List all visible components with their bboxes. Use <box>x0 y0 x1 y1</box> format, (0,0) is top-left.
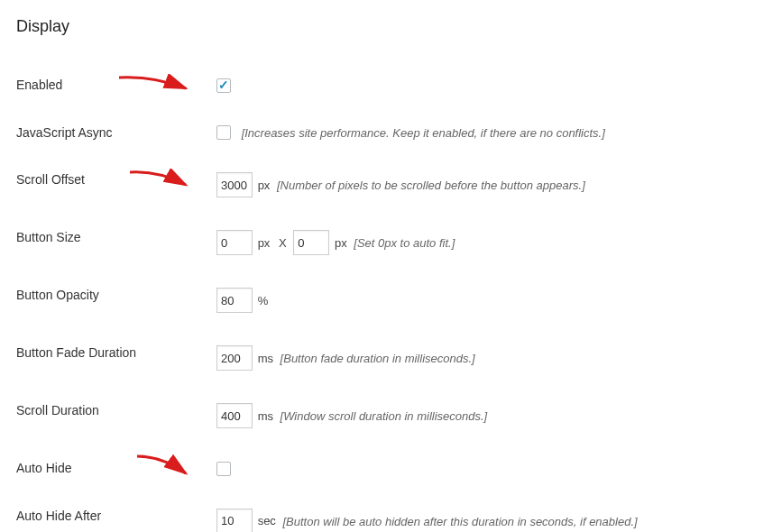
label-js-async: JavaScript Async <box>16 125 113 140</box>
scroll-offset-input[interactable] <box>216 172 253 197</box>
unit-ms: ms <box>258 409 273 423</box>
js-async-checkbox[interactable] <box>216 125 231 140</box>
row-button-size: Button Size px X px [Set 0px to auto fit… <box>0 214 782 271</box>
label-button-opacity: Button Opacity <box>16 288 99 302</box>
label-scroll-offset: Scroll Offset <box>16 172 85 187</box>
unit-sec: sec <box>258 514 276 527</box>
auto-hide-after-input[interactable] <box>216 509 253 532</box>
unit-px: px <box>335 236 347 250</box>
button-width-input[interactable] <box>216 230 253 255</box>
hint-scroll-offset: [Number of pixels to be scrolled before … <box>277 179 585 192</box>
hint-js-async: [Increases site performance. Keep it ena… <box>242 126 605 140</box>
auto-hide-checkbox[interactable] <box>216 462 231 476</box>
hint-auto-hide-after: [Button will be auto hidden after this d… <box>282 514 637 527</box>
row-button-opacity: Button Opacity % <box>0 271 782 329</box>
row-scroll-offset: Scroll Offset px [Number of pixels to be… <box>0 156 782 214</box>
arrow-icon <box>117 74 189 99</box>
arrow-icon <box>135 454 189 481</box>
hint-scroll-duration: [Window scroll duration in milliseconds.… <box>281 409 488 423</box>
label-auto-hide: Auto Hide <box>16 461 71 475</box>
label-button-size: Button Size <box>16 230 81 244</box>
scroll-duration-input[interactable] <box>216 403 253 428</box>
settings-table: Enabled JavaScript Async [Increases site… <box>0 61 782 532</box>
section-title: Display <box>0 14 782 36</box>
unit-px: px <box>258 179 271 192</box>
enabled-checkbox[interactable] <box>216 78 231 93</box>
hint-button-size: [Set 0px to auto fit.] <box>354 236 455 250</box>
row-enabled: Enabled <box>0 61 782 109</box>
row-auto-hide-after: Auto Hide After sec [Button will be auto… <box>0 492 782 532</box>
row-fade-duration: Button Fade Duration ms [Button fade dur… <box>0 329 782 387</box>
unit-percent: % <box>258 294 269 307</box>
label-auto-hide-after: Auto Hide After <box>16 509 101 523</box>
unit-px: px <box>258 236 271 250</box>
arrow-icon <box>128 169 189 194</box>
row-auto-hide: Auto Hide <box>0 445 782 492</box>
hint-fade-duration: [Button fade duration in milliseconds.] <box>281 352 475 365</box>
button-height-input[interactable] <box>293 230 329 255</box>
label-scroll-duration: Scroll Duration <box>16 403 99 417</box>
label-fade-duration: Button Fade Duration <box>16 345 136 360</box>
button-opacity-input[interactable] <box>216 288 253 313</box>
row-js-async: JavaScript Async [Increases site perform… <box>0 109 782 157</box>
label-enabled: Enabled <box>16 78 62 92</box>
row-scroll-duration: Scroll Duration ms [Window scroll durati… <box>0 387 782 445</box>
size-separator: X <box>279 236 287 250</box>
fade-duration-input[interactable] <box>216 345 253 371</box>
unit-ms: ms <box>258 352 273 365</box>
